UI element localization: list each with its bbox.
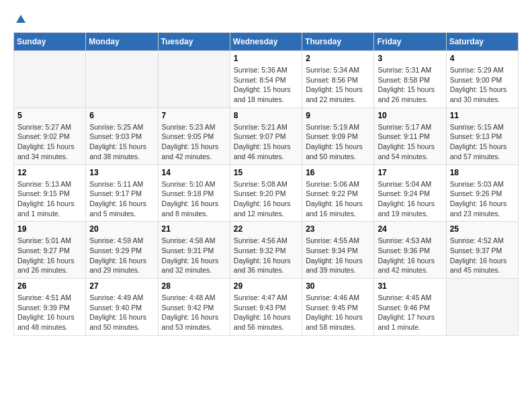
weekday-header-wednesday: Wednesday xyxy=(230,33,302,51)
day-info: Sunrise: 5:23 AM Sunset: 9:05 PM Dayligh… xyxy=(162,122,226,162)
day-number: 7 xyxy=(162,111,226,120)
day-number: 23 xyxy=(306,224,370,234)
day-info: Sunrise: 5:31 AM Sunset: 8:58 PM Dayligh… xyxy=(378,65,442,105)
day-info: Sunrise: 4:53 AM Sunset: 9:36 PM Dayligh… xyxy=(378,236,442,275)
weekday-header-saturday: Saturday xyxy=(446,33,518,51)
day-info: Sunrise: 5:27 AM Sunset: 9:02 PM Dayligh… xyxy=(17,122,82,162)
day-number: 21 xyxy=(162,224,226,234)
day-number: 4 xyxy=(450,54,515,63)
calendar-cell: 1Sunrise: 5:36 AM Sunset: 8:54 PM Daylig… xyxy=(230,51,302,108)
calendar-cell: 19Sunrise: 5:01 AM Sunset: 9:27 PM Dayli… xyxy=(14,222,86,279)
day-info: Sunrise: 4:55 AM Sunset: 9:34 PM Dayligh… xyxy=(306,236,370,275)
day-info: Sunrise: 5:10 AM Sunset: 9:18 PM Dayligh… xyxy=(162,179,226,219)
day-info: Sunrise: 5:34 AM Sunset: 8:56 PM Dayligh… xyxy=(306,65,370,105)
day-number: 26 xyxy=(17,281,82,291)
weekday-header-tuesday: Tuesday xyxy=(158,33,230,51)
day-info: Sunrise: 4:56 AM Sunset: 9:32 PM Dayligh… xyxy=(234,236,298,275)
calendar-cell xyxy=(158,51,230,108)
day-number: 3 xyxy=(378,54,442,63)
logo-icon xyxy=(15,13,27,26)
calendar-cell: 11Sunrise: 5:15 AM Sunset: 9:13 PM Dayli… xyxy=(446,107,518,165)
calendar-cell: 5Sunrise: 5:27 AM Sunset: 9:02 PM Daylig… xyxy=(14,107,86,165)
calendar-cell: 12Sunrise: 5:13 AM Sunset: 9:15 PM Dayli… xyxy=(14,165,86,222)
calendar-cell: 13Sunrise: 5:11 AM Sunset: 9:17 PM Dayli… xyxy=(86,165,158,222)
day-number: 11 xyxy=(450,111,515,120)
day-number: 17 xyxy=(378,168,442,177)
day-info: Sunrise: 4:46 AM Sunset: 9:45 PM Dayligh… xyxy=(306,293,370,332)
weekday-header-monday: Monday xyxy=(86,33,158,51)
day-info: Sunrise: 4:49 AM Sunset: 9:40 PM Dayligh… xyxy=(89,293,154,332)
calendar-cell: 21Sunrise: 4:58 AM Sunset: 9:31 PM Dayli… xyxy=(158,222,230,279)
day-number: 12 xyxy=(17,168,82,177)
day-number: 31 xyxy=(378,281,442,291)
day-info: Sunrise: 5:13 AM Sunset: 9:15 PM Dayligh… xyxy=(17,179,82,219)
calendar-cell: 16Sunrise: 5:06 AM Sunset: 9:22 PM Dayli… xyxy=(302,165,374,222)
day-number: 6 xyxy=(89,111,154,120)
day-number: 19 xyxy=(17,224,82,234)
calendar-cell: 10Sunrise: 5:17 AM Sunset: 9:11 PM Dayli… xyxy=(374,107,446,165)
day-info: Sunrise: 5:29 AM Sunset: 9:00 PM Dayligh… xyxy=(450,65,515,105)
calendar-cell: 15Sunrise: 5:08 AM Sunset: 9:20 PM Dayli… xyxy=(230,165,302,222)
calendar-cell: 28Sunrise: 4:48 AM Sunset: 9:42 PM Dayli… xyxy=(158,279,230,336)
calendar-cell: 18Sunrise: 5:03 AM Sunset: 9:26 PM Dayli… xyxy=(446,165,518,222)
day-info: Sunrise: 4:59 AM Sunset: 9:29 PM Dayligh… xyxy=(89,236,154,275)
calendar-cell xyxy=(86,51,158,108)
day-number: 14 xyxy=(162,168,226,177)
day-number: 24 xyxy=(378,224,442,234)
day-info: Sunrise: 5:04 AM Sunset: 9:24 PM Dayligh… xyxy=(378,179,442,219)
day-number: 15 xyxy=(234,168,298,177)
day-info: Sunrise: 5:19 AM Sunset: 9:09 PM Dayligh… xyxy=(306,122,370,162)
day-info: Sunrise: 5:01 AM Sunset: 9:27 PM Dayligh… xyxy=(17,236,82,275)
calendar-table: SundayMondayTuesdayWednesdayThursdayFrid… xyxy=(13,32,519,336)
calendar-cell: 26Sunrise: 4:51 AM Sunset: 9:39 PM Dayli… xyxy=(14,279,86,336)
page-header xyxy=(13,13,519,26)
calendar-cell: 31Sunrise: 4:45 AM Sunset: 9:46 PM Dayli… xyxy=(374,279,446,336)
day-number: 18 xyxy=(450,168,515,177)
day-info: Sunrise: 4:45 AM Sunset: 9:46 PM Dayligh… xyxy=(378,293,442,332)
day-info: Sunrise: 5:17 AM Sunset: 9:11 PM Dayligh… xyxy=(378,122,442,162)
day-info: Sunrise: 4:51 AM Sunset: 9:39 PM Dayligh… xyxy=(17,293,82,332)
calendar-cell: 27Sunrise: 4:49 AM Sunset: 9:40 PM Dayli… xyxy=(86,279,158,336)
day-info: Sunrise: 5:11 AM Sunset: 9:17 PM Dayligh… xyxy=(89,179,154,219)
day-info: Sunrise: 5:03 AM Sunset: 9:26 PM Dayligh… xyxy=(450,179,515,219)
weekday-header-sunday: Sunday xyxy=(14,33,86,51)
calendar-cell: 23Sunrise: 4:55 AM Sunset: 9:34 PM Dayli… xyxy=(302,222,374,279)
calendar-cell: 3Sunrise: 5:31 AM Sunset: 8:58 PM Daylig… xyxy=(374,51,446,108)
calendar-cell: 17Sunrise: 5:04 AM Sunset: 9:24 PM Dayli… xyxy=(374,165,446,222)
calendar-cell: 29Sunrise: 4:47 AM Sunset: 9:43 PM Dayli… xyxy=(230,279,302,336)
day-number: 28 xyxy=(162,281,226,291)
day-info: Sunrise: 5:36 AM Sunset: 8:54 PM Dayligh… xyxy=(234,65,298,105)
calendar-cell: 2Sunrise: 5:34 AM Sunset: 8:56 PM Daylig… xyxy=(302,51,374,108)
day-info: Sunrise: 4:47 AM Sunset: 9:43 PM Dayligh… xyxy=(234,293,298,332)
weekday-header-thursday: Thursday xyxy=(302,33,374,51)
day-info: Sunrise: 5:08 AM Sunset: 9:20 PM Dayligh… xyxy=(234,179,298,219)
day-info: Sunrise: 5:15 AM Sunset: 9:13 PM Dayligh… xyxy=(450,122,515,162)
svg-marker-0 xyxy=(16,15,26,23)
calendar-cell: 7Sunrise: 5:23 AM Sunset: 9:05 PM Daylig… xyxy=(158,107,230,165)
day-number: 13 xyxy=(89,168,154,177)
day-number: 27 xyxy=(89,281,154,291)
calendar-cell: 25Sunrise: 4:52 AM Sunset: 9:37 PM Dayli… xyxy=(446,222,518,279)
day-number: 20 xyxy=(89,224,154,234)
calendar-cell xyxy=(14,51,86,108)
day-number: 5 xyxy=(17,111,82,120)
day-info: Sunrise: 5:25 AM Sunset: 9:03 PM Dayligh… xyxy=(89,122,154,162)
calendar-cell: 4Sunrise: 5:29 AM Sunset: 9:00 PM Daylig… xyxy=(446,51,518,108)
day-info: Sunrise: 5:21 AM Sunset: 9:07 PM Dayligh… xyxy=(234,122,298,162)
calendar-cell: 30Sunrise: 4:46 AM Sunset: 9:45 PM Dayli… xyxy=(302,279,374,336)
calendar-cell: 6Sunrise: 5:25 AM Sunset: 9:03 PM Daylig… xyxy=(86,107,158,165)
calendar-cell: 20Sunrise: 4:59 AM Sunset: 9:29 PM Dayli… xyxy=(86,222,158,279)
day-number: 9 xyxy=(306,111,370,120)
day-number: 10 xyxy=(378,111,442,120)
calendar-cell: 9Sunrise: 5:19 AM Sunset: 9:09 PM Daylig… xyxy=(302,107,374,165)
day-info: Sunrise: 4:58 AM Sunset: 9:31 PM Dayligh… xyxy=(162,236,226,275)
calendar-cell: 8Sunrise: 5:21 AM Sunset: 9:07 PM Daylig… xyxy=(230,107,302,165)
weekday-header-friday: Friday xyxy=(374,33,446,51)
calendar-cell: 22Sunrise: 4:56 AM Sunset: 9:32 PM Dayli… xyxy=(230,222,302,279)
day-number: 30 xyxy=(306,281,370,291)
day-number: 1 xyxy=(234,54,298,63)
calendar-cell xyxy=(446,279,518,336)
calendar-cell: 14Sunrise: 5:10 AM Sunset: 9:18 PM Dayli… xyxy=(158,165,230,222)
day-number: 16 xyxy=(306,168,370,177)
day-info: Sunrise: 4:52 AM Sunset: 9:37 PM Dayligh… xyxy=(450,236,515,275)
